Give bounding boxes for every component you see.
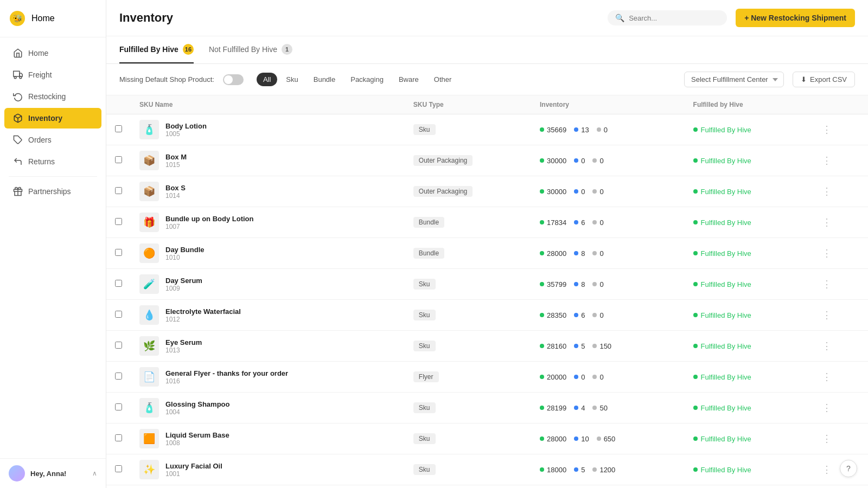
export-csv-button[interactable]: ⬇ Export CSV bbox=[793, 72, 855, 87]
filter-other-button[interactable]: Other bbox=[427, 73, 458, 86]
green-dot bbox=[540, 313, 544, 317]
row-actions-cell[interactable]: ⋮ bbox=[809, 145, 868, 176]
row-actions-cell[interactable]: ⋮ bbox=[809, 423, 868, 454]
fulfilled-dot bbox=[693, 127, 698, 132]
filter-packaging-button[interactable]: Packaging bbox=[344, 73, 390, 86]
sku-id: 1005 bbox=[165, 130, 207, 138]
inventory-blue: 10 bbox=[574, 435, 589, 443]
sidebar-item-label: Home bbox=[28, 49, 48, 57]
search-bar[interactable]: 🔍 bbox=[608, 10, 727, 25]
fulfilled-label: Fulfilled By Hive bbox=[701, 342, 751, 350]
row-more-button[interactable]: ⋮ bbox=[818, 338, 836, 354]
sidebar-item-partnerships[interactable]: Partnerships bbox=[4, 181, 101, 202]
filter-sku-button[interactable]: Sku bbox=[279, 73, 304, 86]
row-checkbox-cell[interactable] bbox=[106, 176, 131, 207]
row-more-button[interactable]: ⋮ bbox=[818, 214, 836, 230]
search-input[interactable] bbox=[629, 14, 719, 22]
row-checkbox-cell[interactable] bbox=[106, 238, 131, 269]
row-more-button[interactable]: ⋮ bbox=[818, 245, 836, 261]
row-more-button[interactable]: ⋮ bbox=[818, 307, 836, 323]
row-fulfilled-cell: Fulfilled By Hive bbox=[685, 269, 809, 300]
row-checkbox-cell[interactable] bbox=[106, 362, 131, 393]
row-more-button[interactable]: ⋮ bbox=[818, 276, 836, 292]
new-restocking-shipment-button[interactable]: + New Restocking Shipment bbox=[736, 9, 855, 27]
filter-bundle-button[interactable]: Bundle bbox=[307, 73, 342, 86]
tab-fulfilled-by-hive[interactable]: Fulfilled By Hive 16 bbox=[119, 36, 194, 63]
row-checkbox-cell[interactable] bbox=[106, 145, 131, 176]
gray-dot bbox=[592, 406, 597, 410]
col-fulfilled-by-hive: Fulfilled by Hive bbox=[685, 95, 809, 114]
row-actions-cell[interactable]: ⋮ bbox=[809, 238, 868, 269]
missing-product-toggle[interactable] bbox=[223, 74, 244, 85]
help-button[interactable]: ? bbox=[840, 460, 857, 477]
sidebar-item-restocking[interactable]: Restocking bbox=[4, 86, 101, 107]
row-more-button[interactable]: ⋮ bbox=[818, 183, 836, 200]
row-checkbox[interactable] bbox=[115, 342, 122, 349]
green-dot bbox=[540, 344, 544, 348]
row-checkbox[interactable] bbox=[115, 373, 122, 380]
row-checkbox[interactable] bbox=[115, 187, 122, 194]
sidebar-item-inventory[interactable]: Inventory bbox=[4, 108, 101, 129]
row-actions-cell[interactable]: ⋮ bbox=[809, 362, 868, 393]
filter-all-button[interactable]: All bbox=[257, 73, 277, 86]
row-actions-cell[interactable]: ⋮ bbox=[809, 269, 868, 300]
sku-name: Box M bbox=[165, 153, 187, 161]
row-checkbox-cell[interactable] bbox=[106, 300, 131, 331]
row-more-button[interactable]: ⋮ bbox=[818, 400, 836, 416]
row-more-button[interactable]: ⋮ bbox=[818, 369, 836, 385]
row-checkbox[interactable] bbox=[115, 218, 122, 225]
row-checkbox-cell[interactable] bbox=[106, 423, 131, 454]
row-sku-name-cell: ✨ Luxury Facial Oil 1001 bbox=[131, 454, 405, 485]
sidebar-item-returns[interactable]: Returns bbox=[4, 151, 101, 172]
inv-blue-value: 0 bbox=[581, 157, 585, 165]
sidebar-logo[interactable]: 🐝 Home bbox=[0, 0, 106, 37]
blue-dot bbox=[574, 313, 578, 317]
row-actions-cell[interactable]: ⋮ bbox=[809, 331, 868, 362]
row-more-button[interactable]: ⋮ bbox=[818, 121, 836, 138]
row-actions-cell[interactable]: ⋮ bbox=[809, 114, 868, 145]
inventory-green: 35799 bbox=[540, 280, 566, 288]
row-more-button[interactable]: ⋮ bbox=[818, 461, 836, 478]
row-more-button[interactable]: ⋮ bbox=[818, 431, 836, 447]
sku-name: Electrolyte Waterfacial bbox=[165, 307, 241, 316]
row-checkbox-cell[interactable] bbox=[106, 114, 131, 145]
row-checkbox[interactable] bbox=[115, 156, 122, 163]
row-checkbox-cell[interactable] bbox=[106, 454, 131, 485]
fulfilled-dot bbox=[693, 158, 698, 163]
inv-gray-value: 650 bbox=[604, 435, 616, 443]
row-actions-cell[interactable]: ⋮ bbox=[809, 176, 868, 207]
row-checkbox-cell[interactable] bbox=[106, 331, 131, 362]
returns-icon bbox=[13, 157, 23, 166]
row-checkbox[interactable] bbox=[115, 280, 122, 287]
row-checkbox[interactable] bbox=[115, 434, 122, 441]
row-actions-cell[interactable]: ⋮ bbox=[809, 207, 868, 238]
row-checkbox-cell[interactable] bbox=[106, 393, 131, 423]
row-more-button[interactable]: ⋮ bbox=[818, 152, 836, 169]
row-checkbox[interactable] bbox=[115, 249, 122, 256]
row-fulfilled-cell: Fulfilled By Hive bbox=[685, 300, 809, 331]
sidebar-item-orders[interactable]: Orders bbox=[4, 130, 101, 150]
row-sku-name-cell: 💧 Electrolyte Waterfacial 1012 bbox=[131, 300, 405, 331]
sidebar-item-freight[interactable]: Freight bbox=[4, 65, 101, 85]
row-actions-cell[interactable]: ⋮ bbox=[809, 454, 868, 485]
row-checkbox[interactable] bbox=[115, 125, 122, 132]
row-inventory-cell: 28350 6 0 bbox=[531, 300, 685, 331]
row-checkbox[interactable] bbox=[115, 311, 122, 318]
green-dot bbox=[540, 406, 544, 410]
sidebar-footer[interactable]: Hey, Anna! ∧ bbox=[0, 458, 106, 488]
row-checkbox-cell[interactable] bbox=[106, 269, 131, 300]
tab-not-fulfilled-by-hive[interactable]: Not Fulfilled By Hive 1 bbox=[209, 36, 292, 63]
filter-bware-button[interactable]: Bware bbox=[392, 73, 425, 86]
inv-blue-value: 0 bbox=[581, 188, 585, 196]
green-dot bbox=[540, 251, 544, 255]
row-checkbox[interactable] bbox=[115, 465, 122, 472]
sidebar-item-home[interactable]: Home bbox=[4, 43, 101, 63]
row-checkbox-cell[interactable] bbox=[106, 207, 131, 238]
row-actions-cell[interactable]: ⋮ bbox=[809, 393, 868, 423]
row-checkbox[interactable] bbox=[115, 403, 122, 410]
row-sku-name-cell: 🧴 Body Lotion 1005 bbox=[131, 114, 405, 145]
fulfillment-center-select[interactable]: Select Fulfillment Center bbox=[684, 72, 784, 87]
row-actions-cell[interactable]: ⋮ bbox=[809, 300, 868, 331]
gray-dot bbox=[592, 251, 597, 255]
row-inventory-cell: 30000 0 0 bbox=[531, 145, 685, 176]
